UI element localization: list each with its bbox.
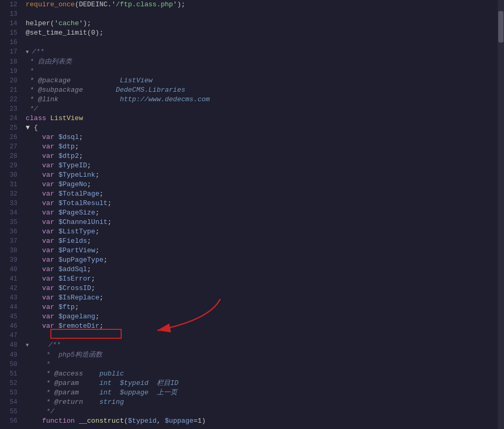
code-line: 37 var $Fields; xyxy=(0,237,498,246)
line-number: 18 xyxy=(0,57,24,67)
line-number: 23 xyxy=(0,104,24,114)
line-content: var $TotalPage; xyxy=(24,189,498,199)
code-editor: 12require_once(DEDEINC.'/ftp.class.php')… xyxy=(0,0,504,429)
line-content: var $dtp; xyxy=(24,142,498,152)
line-content: var $ftp; xyxy=(24,303,498,312)
line-content: * @package ListView xyxy=(24,76,498,85)
line-content: @set_time_limit(0); xyxy=(24,28,498,38)
line-number: 35 xyxy=(0,218,24,227)
line-number: 32 xyxy=(0,189,24,199)
line-number: 17 xyxy=(0,47,24,57)
line-number: 20 xyxy=(0,76,24,85)
code-line: 21 * @subpackage DedeCMS.Libraries xyxy=(0,85,498,95)
code-line: 40 var $addSql; xyxy=(0,265,498,274)
code-line: 20 * @package ListView xyxy=(0,76,498,85)
code-line: 47 xyxy=(0,331,498,340)
line-content: function __construct($typeid, $uppage=1) xyxy=(24,416,498,426)
line-content: * @param int $typeid 栏目ID xyxy=(24,379,498,388)
line-content: var $pagelang; xyxy=(24,312,498,321)
code-line: 54 * @return string xyxy=(0,398,498,407)
scrollbar[interactable] xyxy=(498,0,504,429)
code-line: 42 var $CrossID; xyxy=(0,284,498,293)
code-line: 32 var $TotalPage; xyxy=(0,189,498,199)
line-content: * xyxy=(24,67,498,76)
line-content: * @link http://www.dedecms.com xyxy=(24,95,498,104)
line-number: 52 xyxy=(0,379,24,388)
scrollbar-thumb[interactable] xyxy=(498,11,503,42)
line-number: 33 xyxy=(0,199,24,208)
line-number: 27 xyxy=(0,142,24,152)
line-number: 53 xyxy=(0,388,24,398)
code-line: 18 * 自由列表类 xyxy=(0,57,498,67)
code-line: 41 var $IsError; xyxy=(0,274,498,284)
line-number: 46 xyxy=(0,321,24,331)
line-content: var $addSql; xyxy=(24,265,498,274)
code-line: 14helper('cache'); xyxy=(0,19,498,28)
code-line: 17▼ /** xyxy=(0,47,498,57)
line-content: var $IsError; xyxy=(24,274,498,284)
line-content: * xyxy=(24,360,498,369)
line-content: helper('cache'); xyxy=(24,19,498,28)
code-line: 48▼ /** xyxy=(0,340,498,350)
line-number: 39 xyxy=(0,255,24,265)
code-line: 19 * xyxy=(0,67,498,76)
line-content: * @return string xyxy=(24,398,498,407)
line-number: 40 xyxy=(0,265,24,274)
code-line: 15@set_time_limit(0); xyxy=(0,28,498,38)
line-number: 38 xyxy=(0,246,24,255)
line-number: 51 xyxy=(0,369,24,379)
line-number: 30 xyxy=(0,170,24,180)
line-number: 54 xyxy=(0,398,24,407)
line-number: 29 xyxy=(0,161,24,170)
code-line: 56 function __construct($typeid, $uppage… xyxy=(0,416,498,426)
code-line: 55 */ xyxy=(0,407,498,416)
line-number: 44 xyxy=(0,303,24,312)
code-line: 50 * xyxy=(0,360,498,369)
code-line: 22 * @link http://www.dedecms.com xyxy=(0,95,498,104)
code-line: 38 var $PartView; xyxy=(0,246,498,255)
line-content: * @access public xyxy=(24,369,498,379)
line-content: * 自由列表类 xyxy=(24,57,498,67)
code-line: 46 var $remoteDir; xyxy=(0,321,498,331)
line-number: 31 xyxy=(0,180,24,189)
line-content: * @param int $uppage 上一页 xyxy=(24,388,498,398)
line-content: var $ListType; xyxy=(24,227,498,237)
code-line: 25▼ { xyxy=(0,123,498,133)
code-line: 33 var $TotalResult; xyxy=(0,199,498,208)
line-number: 55 xyxy=(0,407,24,416)
code-line: 43 var $IsReplace; xyxy=(0,293,498,303)
code-line: 53 * @param int $uppage 上一页 xyxy=(0,388,498,398)
line-content: ▼ /** xyxy=(24,340,498,350)
code-line: 44 var $ftp; xyxy=(0,303,498,312)
line-content: var $dtp2; xyxy=(24,152,498,161)
line-content: class ListView xyxy=(24,114,498,123)
code-lines[interactable]: 12require_once(DEDEINC.'/ftp.class.php')… xyxy=(0,0,504,429)
code-line: 29 var $TypeID; xyxy=(0,161,498,170)
line-number: 34 xyxy=(0,208,24,218)
line-number: 22 xyxy=(0,95,24,104)
line-number: 28 xyxy=(0,152,24,161)
line-number: 56 xyxy=(0,416,24,426)
code-line: 34 var $PageSize; xyxy=(0,208,498,218)
line-content: ▼ /** xyxy=(24,47,498,57)
line-number: 49 xyxy=(0,350,24,360)
code-line: 35 var $ChannelUnit; xyxy=(0,218,498,227)
line-number: 50 xyxy=(0,360,24,369)
line-content: var $Fields; xyxy=(24,237,498,246)
line-number: 37 xyxy=(0,237,24,246)
code-line: 49 * php5构造函数 xyxy=(0,350,498,360)
line-content: var $upPageType; xyxy=(24,255,498,265)
line-content: var $TypeLink; xyxy=(24,170,498,180)
code-line: 23 */ xyxy=(0,104,498,114)
line-number: 25 xyxy=(0,123,24,133)
code-line: 51 * @access public xyxy=(0,369,498,379)
line-number: 21 xyxy=(0,85,24,95)
code-line: 13 xyxy=(0,9,498,19)
line-number: 45 xyxy=(0,312,24,321)
line-number: 15 xyxy=(0,28,24,38)
line-content: * php5构造函数 xyxy=(24,350,498,360)
line-content: var $PageNo; xyxy=(24,180,498,189)
line-number: 14 xyxy=(0,19,24,28)
code-line: 52 * @param int $typeid 栏目ID xyxy=(0,379,498,388)
code-line: 30 var $TypeLink; xyxy=(0,170,498,180)
